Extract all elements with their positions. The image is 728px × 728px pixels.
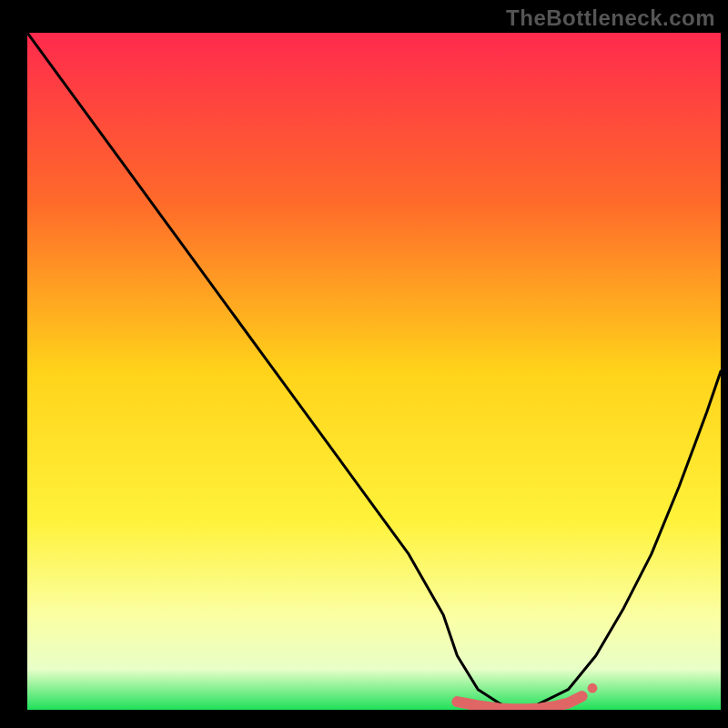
gradient-background bbox=[27, 33, 721, 710]
bottleneck-chart bbox=[0, 0, 728, 728]
watermark-text: TheBottleneck.com bbox=[506, 5, 715, 31]
optimal-band-end-dot bbox=[588, 683, 598, 693]
chart-stage: TheBottleneck.com bbox=[0, 0, 728, 728]
